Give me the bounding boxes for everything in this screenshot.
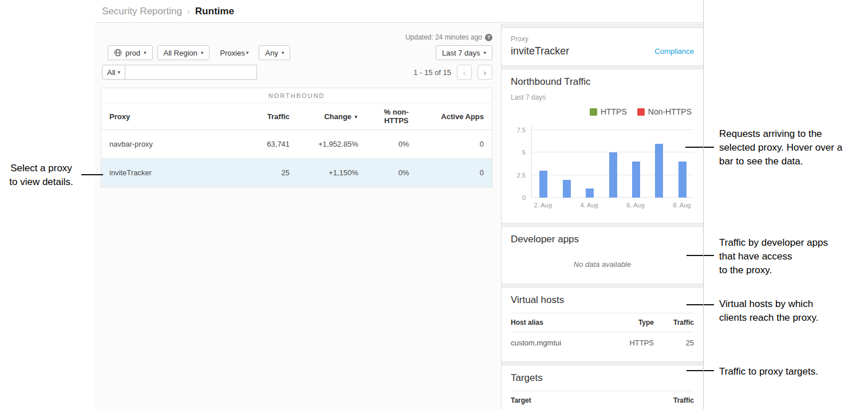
search-input[interactable]: [125, 65, 257, 80]
column-header-non-https[interactable]: % non-HTTPS: [366, 103, 427, 130]
annotation-requests: Requests arriving to the selected proxy.…: [719, 127, 868, 168]
chart-plot-area: [531, 125, 693, 198]
chart-x-tick-label: 2. Aug: [534, 202, 552, 209]
chart-bar-3Aug[interactable]: [563, 180, 571, 198]
chart-x-tick-label: 4. Aug: [580, 202, 598, 209]
proxy-label: Proxy: [511, 35, 694, 43]
targets-title: Targets: [511, 372, 694, 384]
callout-line-targets: [686, 370, 714, 371]
column-header-traffic: Traffic: [654, 391, 694, 409]
annotation-select-proxy: Select a proxy to view details.: [0, 162, 82, 189]
cell-host-alias: custom,mgmtui: [511, 332, 602, 354]
virtual-hosts-title: Virtual hosts: [511, 294, 694, 306]
chart-bar-8Aug[interactable]: [678, 162, 686, 198]
chart-y-axis: 02.557.5: [511, 125, 528, 198]
caret-down-icon: ▾: [144, 50, 147, 56]
proxies-dropdown-label: Proxies: [220, 49, 244, 57]
date-range-label: Last 7 days: [442, 49, 480, 57]
proxy-name: inviteTracker: [511, 45, 569, 57]
legend-label-https[interactable]: HTTPS: [601, 107, 627, 116]
next-page-button[interactable]: ›: [478, 65, 492, 80]
chart-bar-7Aug[interactable]: [655, 144, 663, 198]
legend-swatch-https-icon: [590, 108, 597, 116]
search-toolbar: All ▾ 1 - 15 of 15 ‹ ›: [95, 65, 501, 80]
chart-y-tick-label: 5: [522, 149, 526, 156]
cell-non-https: 0%: [366, 130, 427, 159]
developer-apps-empty-state: No data available: [511, 260, 694, 269]
cell-non-https: 0%: [366, 159, 427, 187]
search-scope-label: All: [107, 68, 115, 77]
column-header-change-label: Change: [324, 112, 352, 121]
chart-y-tick-label: 2.5: [517, 172, 526, 179]
updated-row: Updated: 24 minutes ago ?: [95, 33, 501, 42]
table-group-header-northbound: NORTHBOUND: [101, 88, 492, 103]
callout-line-requests: [685, 147, 714, 148]
table-row-navbar-proxy[interactable]: navbar-proxy 63,741 +1,952.85% 0% 0: [101, 130, 492, 159]
chart-bar-2Aug[interactable]: [539, 171, 547, 198]
pagination-info: 1 - 15 of 15: [413, 68, 451, 77]
cell-traffic: 25: [240, 159, 298, 187]
cell-type: HTTPS: [602, 332, 654, 354]
updated-timestamp: Updated: 24 minutes ago: [405, 33, 482, 41]
column-header-traffic[interactable]: Traffic: [240, 103, 298, 130]
annotation-targets: Traffic to proxy targets.: [719, 365, 868, 379]
chart-bar-5Aug[interactable]: [609, 152, 617, 198]
chart-y-tick-label: 0: [522, 194, 526, 201]
caret-down-icon: ▾: [282, 50, 285, 56]
help-icon[interactable]: ?: [485, 34, 492, 41]
legend-label-non-https[interactable]: Non-HTTPS: [648, 107, 692, 116]
date-range-dropdown[interactable]: Last 7 days ▾: [436, 45, 492, 60]
developer-apps-title: Developer apps: [511, 234, 694, 245]
chevron-right-icon: ›: [187, 6, 190, 16]
chart-legend: HTTPS Non-HTTPS: [511, 107, 694, 116]
breadcrumb-security-reporting[interactable]: Security Reporting: [102, 6, 182, 17]
search-scope-dropdown[interactable]: All ▾: [102, 65, 125, 80]
proxy-detail-panel: Proxy inviteTracker Compliance Northboun…: [501, 23, 703, 409]
chart-y-tick-label: 7.5: [517, 127, 526, 133]
globe-icon: [114, 49, 122, 57]
chart-bar-4Aug[interactable]: [586, 188, 594, 198]
environment-dropdown[interactable]: prod ▾: [108, 45, 153, 60]
targets-table: Target Traffic management 17: [511, 391, 694, 409]
caret-down-icon: ▾: [246, 50, 249, 56]
cell-change: +1,952.85%: [298, 130, 366, 159]
annotation-virtual-hosts: Virtual hosts by which clients reach the…: [719, 297, 857, 325]
proxies-dropdown[interactable]: Proxies ▾: [214, 45, 254, 60]
cell-proxy-name: navbar-proxy: [101, 130, 240, 159]
security-reporting-runtime-page: Security Reporting › Runtime Updated: 24…: [0, 0, 868, 409]
developer-apps-card: Developer apps No data available: [502, 226, 703, 284]
virtual-hosts-table: Host alias Type Traffic custom,mgmtui HT…: [511, 313, 694, 353]
callout-line-developer-apps: [686, 255, 714, 256]
northbound-traffic-chart: 02.557.5 2. Aug4. Aug6. Aug8. Aug: [511, 125, 694, 215]
compliance-link[interactable]: Compliance: [654, 47, 694, 56]
northbound-traffic-title: Northbound Traffic: [511, 76, 694, 88]
region-dropdown[interactable]: All Region ▾: [157, 45, 210, 60]
column-header-proxy[interactable]: Proxy: [101, 103, 240, 130]
legend-swatch-non-https-icon: [637, 108, 645, 116]
column-header-change[interactable]: Change▼: [298, 103, 366, 130]
proxy-summary-card: Proxy inviteTracker Compliance: [502, 27, 703, 66]
cell-proxy-name: inviteTracker: [101, 159, 240, 187]
chart-bar-6Aug[interactable]: [632, 162, 640, 198]
column-header-target: Target: [511, 391, 654, 409]
column-header-traffic: Traffic: [654, 313, 694, 332]
callout-line-select-proxy: [81, 174, 103, 175]
search-group: All ▾: [102, 65, 257, 80]
breadcrumb: Security Reporting › Runtime: [95, 0, 703, 23]
table-row-invitetracker-selected[interactable]: inviteTracker 25 +1,150% 0% 0: [101, 159, 492, 187]
virtual-host-row[interactable]: custom,mgmtui HTTPS 25: [511, 332, 694, 354]
prev-page-button[interactable]: ‹: [457, 65, 472, 80]
callout-line-virtual-hosts: [686, 304, 714, 305]
cell-active-apps: 0: [427, 159, 492, 187]
filters-toolbar: prod ▾ All Region ▾ Proxies ▾ Any ▾ Last…: [95, 45, 501, 60]
region-dropdown-label: All Region: [164, 49, 198, 57]
page-title: Runtime: [195, 6, 234, 17]
any-filter-dropdown[interactable]: Any ▾: [259, 45, 290, 60]
column-header-active-apps[interactable]: Active Apps: [427, 103, 492, 130]
chart-x-axis: 2. Aug4. Aug6. Aug8. Aug: [531, 202, 693, 211]
northbound-traffic-subtitle: Last 7 days: [511, 93, 694, 101]
proxy-table: NORTHBOUND Proxy Traffic Change▼ % non-H…: [101, 88, 492, 187]
chart-x-tick-label: 8. Aug: [673, 202, 691, 209]
chart-x-tick-label: 6. Aug: [626, 202, 644, 209]
environment-dropdown-label: prod: [125, 49, 140, 57]
